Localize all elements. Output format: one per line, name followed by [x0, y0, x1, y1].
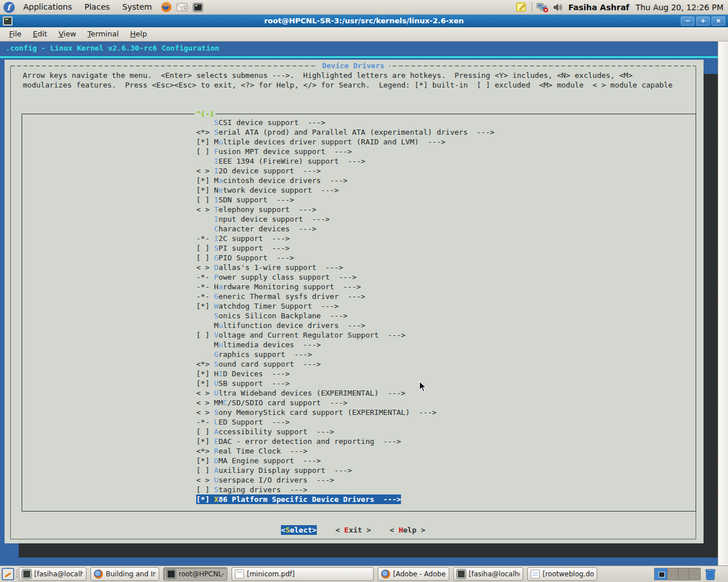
- terminal-icon: [22, 569, 31, 579]
- menu-item[interactable]: < > I2O device support --->: [196, 166, 321, 176]
- network-status-icon[interactable]: [536, 2, 549, 13]
- notes-applet-icon[interactable]: [516, 2, 527, 13]
- menu-item[interactable]: -*- LED Support --->: [196, 417, 289, 427]
- instructions-line-1: Arrow keys navigate the menu. <Enter> se…: [23, 70, 632, 80]
- menu-item[interactable]: [ ] Accessibility support --->: [196, 427, 334, 436]
- user-switcher[interactable]: Fasiha Ashraf: [568, 3, 629, 12]
- dialog-buttons: <Select>< Exit >< Help >: [11, 525, 696, 535]
- menu-item[interactable]: Multimedia devices --->: [196, 340, 321, 350]
- workspace-1[interactable]: [655, 568, 668, 580]
- menu-item[interactable]: [*] Network device support --->: [196, 185, 338, 195]
- menu-item[interactable]: [ ] ISDN support --->: [196, 195, 294, 205]
- menu-item[interactable]: [*] X86 Platform Specific Device Drivers…: [196, 494, 401, 504]
- taskbar-window-button[interactable]: Building and Ins...: [90, 567, 159, 581]
- menubar-item-terminal[interactable]: Terminal: [82, 27, 125, 41]
- menu-item[interactable]: Multifunction device drivers --->: [196, 321, 365, 330]
- terminal-screen[interactable]: .config - Linux Kernel v2.6.30-rc6 Confi…: [0, 41, 728, 566]
- menu-item[interactable]: SCSI device support --->: [196, 118, 325, 127]
- menu-item[interactable]: [*] Multiple devices driver support (RAI…: [196, 137, 445, 147]
- menubar-item-view[interactable]: View: [53, 27, 82, 41]
- mouse-cursor: [419, 381, 427, 393]
- taskbar-window-label: [fasiha@localho...: [34, 570, 83, 578]
- taskbar: [fasiha@localho...Building and Ins...roo…: [0, 566, 728, 582]
- taskbar-window-label: [fasiha@localho...: [469, 570, 520, 578]
- maximize-button[interactable]: +: [696, 16, 710, 26]
- workspace-4[interactable]: [689, 568, 700, 580]
- terminal-launcher[interactable]: [192, 2, 204, 13]
- menu-places[interactable]: Places: [80, 0, 115, 14]
- workspace-switcher: [654, 568, 701, 580]
- menu-list: SCSI device support ---><*> Serial ATA (…: [22, 114, 696, 504]
- mail-icon: [176, 3, 188, 12]
- menu-item[interactable]: -*- Generic Thermal sysfs driver --->: [196, 292, 365, 301]
- menu-item[interactable]: <*> Real Time Clock --->: [196, 446, 308, 456]
- kconfig-header: .config - Linux Kernel v2.6.30-rc6 Confi…: [6, 43, 220, 53]
- menu-applications[interactable]: Applications: [18, 0, 77, 14]
- menu-item[interactable]: [*] DMA Engine support --->: [196, 456, 321, 465]
- select-button[interactable]: <Select>: [281, 525, 317, 535]
- dialog-border: Device Drivers Arrow keys navigate the m…: [10, 66, 696, 539]
- kconfig-header-rule: [0, 56, 718, 58]
- taskbar-window-label: [Adobe - Adobe...: [393, 570, 446, 578]
- menu-item[interactable]: <*> Serial ATA (prod) and Parallel ATA (…: [196, 127, 494, 137]
- menu-item[interactable]: [*] Macintosh device drivers --->: [196, 176, 348, 185]
- top-panel: f Applications Places System: [0, 0, 728, 15]
- menu-item[interactable]: < > Sony MemoryStick card support (EXPER…: [196, 408, 437, 417]
- volume-icon[interactable]: [553, 3, 564, 12]
- menu-item[interactable]: [ ] Staging drivers --->: [196, 485, 308, 494]
- fedora-icon: f: [3, 2, 15, 13]
- menu-item[interactable]: [ ] GPIO Support --->: [196, 253, 294, 263]
- mail-launcher[interactable]: [176, 2, 188, 13]
- menu-item[interactable]: -*- Power supply class support --->: [196, 272, 357, 282]
- menu-item[interactable]: < > Userspace I/O drivers --->: [196, 475, 334, 485]
- fedora-menu-logo[interactable]: f: [3, 2, 15, 13]
- minimize-button[interactable]: −: [681, 16, 694, 26]
- menu-item[interactable]: <*> Sound card support --->: [196, 359, 321, 369]
- help-button[interactable]: < Help >: [390, 525, 425, 535]
- menu-item[interactable]: Character devices --->: [196, 224, 316, 234]
- firefox-launcher[interactable]: [160, 2, 172, 13]
- menu-system[interactable]: System: [117, 0, 157, 14]
- menu-item[interactable]: < > Telephony support --->: [196, 205, 316, 214]
- workspace-3[interactable]: [679, 568, 689, 580]
- terminal-icon: [193, 3, 203, 12]
- menu-item[interactable]: [ ] SPI support --->: [196, 243, 289, 253]
- menu-item[interactable]: Sonics Silicon Backplane --->: [196, 311, 348, 321]
- menu-item[interactable]: IEEE 1394 (FireWire) support --->: [196, 156, 365, 166]
- menubar-item-file[interactable]: File: [3, 27, 27, 41]
- menu-item[interactable]: Input device support --->: [196, 214, 330, 224]
- menu-item[interactable]: [*] EDAC - error detection and reporting…: [196, 436, 401, 446]
- clock-applet[interactable]: Thu Aug 20, 12:26 PM: [635, 3, 723, 12]
- menu-item[interactable]: < > MMC/SD/SDIO card support --->: [196, 398, 348, 408]
- workspace-2[interactable]: [668, 568, 679, 580]
- menu-item[interactable]: [ ] Auxiliary Display support --->: [196, 465, 352, 475]
- doc-icon: [531, 569, 540, 579]
- terminal-scrollbar[interactable]: [718, 41, 728, 566]
- close-button[interactable]: ×: [712, 16, 725, 26]
- taskbar-window-button[interactable]: root@HPCNL-S...: [163, 567, 228, 581]
- menu-item[interactable]: [ ] Fusion MPT device support --->: [196, 147, 352, 156]
- menubar-item-edit[interactable]: Edit: [27, 27, 53, 41]
- exit-button[interactable]: < Exit >: [336, 525, 371, 535]
- terminal-menubar: FileEditViewTerminalHelp: [0, 27, 728, 41]
- menu-item[interactable]: [*] Watchdog Timer Support --->: [196, 301, 338, 311]
- menu-item[interactable]: -*- I2C support --->: [196, 234, 289, 243]
- menu-item[interactable]: -*- Hardware Monitoring support --->: [196, 282, 361, 292]
- taskbar-window-button[interactable]: [fasiha@localho...: [453, 567, 523, 581]
- menu-item[interactable]: < > Ultra Wideband devices (EXPERIMENTAL…: [196, 388, 406, 398]
- menubar-item-help[interactable]: Help: [125, 27, 153, 41]
- taskbar-window-button[interactable]: [fasiha@localho...: [19, 567, 86, 581]
- menu-item[interactable]: < > Dallas's 1-wire support --->: [196, 263, 343, 272]
- menu-item[interactable]: Graphics support --->: [196, 350, 312, 359]
- menu-item[interactable]: [*] USB support --->: [196, 379, 289, 388]
- menu-item[interactable]: [*] HID Devices --->: [196, 369, 289, 379]
- window-titlebar[interactable]: root@HPCNL-SR-3:/usr/src/kernels/linux-2…: [0, 15, 728, 27]
- show-desktop-button[interactable]: [2, 568, 14, 580]
- trash-icon[interactable]: [704, 568, 717, 581]
- taskbar-window-button[interactable]: [rootweblog.do...: [527, 567, 597, 581]
- taskbar-window-button[interactable]: [minicom.pdf]: [231, 567, 374, 581]
- taskbar-window-label: [rootweblog.do...: [543, 570, 594, 578]
- menu-item[interactable]: [ ] Voltage and Current Regulator Suppor…: [196, 330, 406, 340]
- taskbar-window-button[interactable]: [Adobe - Adobe...: [378, 567, 449, 581]
- taskbar-separator: [16, 569, 18, 579]
